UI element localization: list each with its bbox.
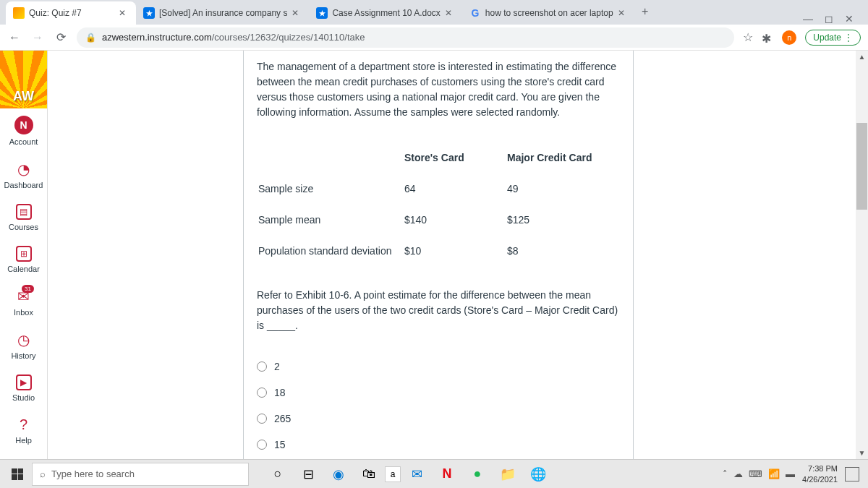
- toolbar-right: ☆ ✱ n Update ⋮: [743, 30, 861, 46]
- sidebar-item-history[interactable]: ◷ History: [0, 324, 47, 367]
- onedrive-icon[interactable]: ☁: [733, 468, 743, 479]
- favicon-canvas: [13, 7, 25, 19]
- keyboard-icon[interactable]: ⌨: [749, 468, 762, 479]
- spotify-icon[interactable]: ●: [463, 460, 492, 489]
- courses-icon: ▤: [16, 204, 32, 220]
- close-icon[interactable]: ✕: [119, 8, 129, 18]
- sidebar-item-calendar[interactable]: ⊞ Calendar: [0, 239, 47, 281]
- close-icon[interactable]: ✕: [445, 8, 455, 18]
- store-icon[interactable]: 🛍: [354, 460, 383, 489]
- row-label: Sample size: [258, 174, 403, 204]
- institution-logo[interactable]: AW: [0, 51, 47, 108]
- close-icon[interactable]: ✕: [292, 8, 302, 18]
- tab-title: [Solved] An insurance company s: [159, 8, 287, 18]
- url-text: azwestern.instructure.com/courses/12632/…: [102, 32, 365, 43]
- search-placeholder: Type here to search: [51, 468, 135, 479]
- question-intro: The management of a department store is …: [257, 59, 620, 120]
- row-label: Population standard deviation: [258, 236, 403, 266]
- account-icon: N: [14, 116, 33, 134]
- radio-input[interactable]: [257, 361, 267, 372]
- scroll-up-icon[interactable]: ▲: [856, 51, 868, 63]
- favicon-google: G: [469, 7, 481, 19]
- close-icon[interactable]: ✕: [618, 8, 628, 18]
- app-icon[interactable]: a: [385, 466, 401, 482]
- wifi-icon[interactable]: 📶: [768, 468, 780, 479]
- maximize-button[interactable]: ◻: [825, 13, 833, 25]
- cortana-icon[interactable]: ○: [263, 460, 292, 489]
- battery-icon[interactable]: ▬: [786, 468, 795, 479]
- radio-input[interactable]: [257, 388, 267, 398]
- bookmark-icon[interactable]: ☆: [743, 30, 753, 44]
- tab-case[interactable]: ★ Case Assignment 10 A.docx ✕: [309, 1, 461, 25]
- answer-option[interactable]: 2: [257, 354, 620, 380]
- sidebar-item-account[interactable]: N Account: [0, 108, 47, 153]
- task-view-icon[interactable]: ⊟: [294, 460, 323, 489]
- reload-button[interactable]: ⟳: [54, 30, 68, 45]
- sidebar-item-studio[interactable]: ▶ Studio: [0, 367, 47, 409]
- question-body: The management of a department store is …: [244, 51, 633, 348]
- answer-option[interactable]: 18: [257, 380, 620, 406]
- chevron-up-icon[interactable]: ˄: [723, 468, 728, 479]
- history-icon: ◷: [17, 331, 30, 348]
- option-label: 18: [274, 387, 286, 398]
- notifications-icon[interactable]: [845, 467, 859, 481]
- canvas-sidebar: AW N Account ◔ Dashboard ▤ Courses ⊞ Cal…: [0, 51, 48, 459]
- taskbar-apps: ○ ⊟ ◉ 🛍 a ✉ N ● 📁 🌐: [263, 460, 553, 489]
- chrome-icon[interactable]: 🌐: [524, 460, 553, 489]
- option-label: 2: [274, 361, 280, 372]
- sidebar-item-help[interactable]: ? Help: [0, 409, 47, 452]
- sidebar-label: Courses: [9, 223, 38, 231]
- calendar-icon: ⊞: [16, 246, 32, 262]
- help-icon: ?: [20, 416, 27, 433]
- sidebar-item-courses[interactable]: ▤ Courses: [0, 197, 47, 239]
- favicon-coursehero: ★: [143, 7, 155, 19]
- clock[interactable]: 7:38 PM 4/26/2021: [802, 463, 838, 484]
- tab-google[interactable]: G how to screenshot on acer laptop ✕: [462, 1, 635, 25]
- table-row: Sample size 64 49: [258, 174, 618, 204]
- answer-options: 2 18 265 15: [244, 348, 633, 459]
- update-button[interactable]: Update ⋮: [805, 30, 861, 46]
- new-tab-button[interactable]: +: [635, 1, 655, 22]
- radio-input[interactable]: [257, 414, 267, 424]
- row-label: Sample mean: [258, 205, 403, 235]
- extensions-icon[interactable]: ✱: [762, 32, 773, 43]
- cell: $10: [404, 236, 506, 266]
- address-bar: ← → ⟳ 🔒 azwestern.instructure.com/course…: [0, 25, 868, 51]
- edge-icon[interactable]: ◉: [324, 460, 353, 489]
- question-card: The management of a department store is …: [243, 51, 634, 459]
- netflix-icon[interactable]: N: [433, 460, 461, 489]
- forward-button[interactable]: →: [30, 30, 45, 45]
- answer-option[interactable]: 265: [257, 406, 620, 432]
- table-row: Sample mean $140 $125: [258, 205, 618, 235]
- close-window-button[interactable]: ✕: [845, 13, 854, 25]
- cell: 49: [507, 174, 618, 204]
- taskbar-search[interactable]: ⌕ Type here to search: [32, 463, 249, 486]
- scroll-thumb[interactable]: [856, 123, 867, 210]
- start-button[interactable]: [3, 460, 32, 489]
- answer-option[interactable]: 15: [257, 432, 620, 458]
- cell: $125: [507, 205, 618, 235]
- quiz-area: The management of a department store is …: [48, 51, 868, 459]
- sidebar-item-dashboard[interactable]: ◔ Dashboard: [0, 153, 47, 197]
- explorer-icon[interactable]: 📁: [493, 460, 522, 489]
- cell: 64: [404, 174, 506, 204]
- radio-input[interactable]: [257, 440, 267, 450]
- favicon-coursehero: ★: [316, 7, 328, 19]
- scroll-down-icon[interactable]: ▼: [856, 447, 868, 459]
- profile-avatar[interactable]: n: [782, 30, 796, 45]
- inbox-icon: ✉: [17, 288, 30, 305]
- vertical-scrollbar[interactable]: ▲ ▼: [856, 51, 868, 459]
- minimize-button[interactable]: —: [803, 13, 813, 25]
- tab-solved[interactable]: ★ [Solved] An insurance company s ✕: [136, 1, 309, 25]
- url-input[interactable]: 🔒 azwestern.instructure.com/courses/1263…: [77, 27, 734, 48]
- table-header: Store's Card: [404, 143, 506, 173]
- sidebar-label: History: [11, 351, 35, 360]
- back-button[interactable]: ←: [7, 30, 22, 45]
- cell: $8: [507, 236, 618, 266]
- table-row: Population standard deviation $10 $8: [258, 236, 618, 266]
- sidebar-label: Help: [15, 436, 32, 445]
- sidebar-item-inbox[interactable]: ✉ Inbox: [0, 281, 47, 324]
- tab-quiz[interactable]: Quiz: Quiz #7 ✕: [6, 1, 136, 25]
- mail-icon[interactable]: ✉: [402, 460, 431, 489]
- tabs-container: Quiz: Quiz #7 ✕ ★ [Solved] An insurance …: [6, 1, 794, 25]
